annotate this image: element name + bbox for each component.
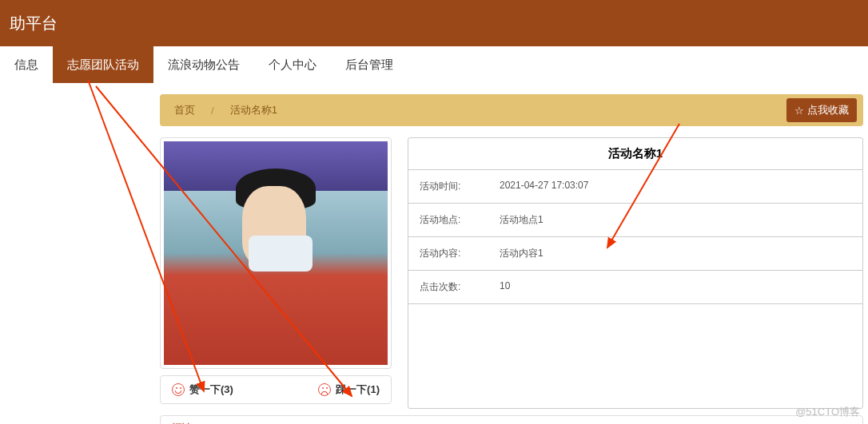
info-label: 活动地点:: [408, 204, 488, 236]
dislike-button[interactable]: 踩一下(1): [318, 382, 380, 397]
activity-photo: [164, 141, 388, 365]
breadcrumb-home[interactable]: 首页: [174, 103, 195, 117]
site-title: 助平台: [10, 13, 58, 34]
info-value: 活动地点1: [488, 204, 862, 236]
info-panel: 活动名称1 活动时间: 2021-04-27 17:03:07 活动地点: 活动…: [408, 137, 863, 409]
breadcrumb: 首页 / 活动名称1: [174, 103, 277, 117]
breadcrumb-current: 活动名称1: [230, 103, 277, 117]
info-row-place: 活动地点: 活动地点1: [408, 204, 862, 237]
favorite-label: 点我收藏: [807, 103, 849, 117]
info-label: 点击次数:: [408, 271, 488, 303]
nav-item-volunteer-activity[interactable]: 志愿团队活动: [53, 46, 153, 83]
comment-section-header: 评论: [160, 415, 863, 424]
dislike-label: 踩一下(1): [336, 382, 380, 397]
nav-item-info[interactable]: 信息: [0, 46, 53, 83]
header: 助平台: [0, 0, 868, 46]
content-area: 首页 / 活动名称1 ☆ 点我收藏 赞一下(3): [0, 83, 868, 424]
info-title: 活动名称1: [408, 138, 862, 170]
smile-icon: [172, 383, 185, 396]
left-column: 赞一下(3) 踩一下(1): [160, 137, 392, 409]
info-label: 活动内容:: [408, 237, 488, 270]
vote-bar: 赞一下(3) 踩一下(1): [160, 375, 392, 404]
nav-item-stray-announcement[interactable]: 流浪动物公告: [153, 46, 254, 83]
like-button[interactable]: 赞一下(3): [172, 382, 233, 397]
info-row-content: 活动内容: 活动内容1: [408, 237, 862, 271]
star-icon: ☆: [794, 105, 804, 117]
info-value: 2021-04-27 17:03:07: [488, 170, 862, 203]
nav-item-user-center[interactable]: 个人中心: [254, 46, 331, 83]
favorite-button[interactable]: ☆ 点我收藏: [786, 98, 857, 122]
info-empty-space: [408, 304, 862, 408]
photo-card: [160, 137, 392, 369]
watermark: @51CTO博客: [795, 405, 860, 419]
info-row-clicks: 点击次数: 10: [408, 271, 862, 304]
breadcrumb-bar: 首页 / 活动名称1 ☆ 点我收藏: [160, 94, 863, 126]
breadcrumb-separator: /: [211, 105, 214, 117]
info-value: 10: [488, 271, 862, 303]
info-row-time: 活动时间: 2021-04-27 17:03:07: [408, 170, 862, 204]
info-value: 活动内容1: [488, 237, 862, 270]
nav-item-admin[interactable]: 后台管理: [331, 46, 408, 83]
sad-icon: [318, 383, 331, 396]
main-row: 赞一下(3) 踩一下(1) 活动名称1 活动时间: 2021-04-27 17:…: [160, 137, 863, 409]
info-label: 活动时间:: [408, 170, 488, 203]
main-nav: 信息 志愿团队活动 流浪动物公告 个人中心 后台管理: [0, 46, 868, 83]
like-label: 赞一下(3): [189, 382, 233, 397]
